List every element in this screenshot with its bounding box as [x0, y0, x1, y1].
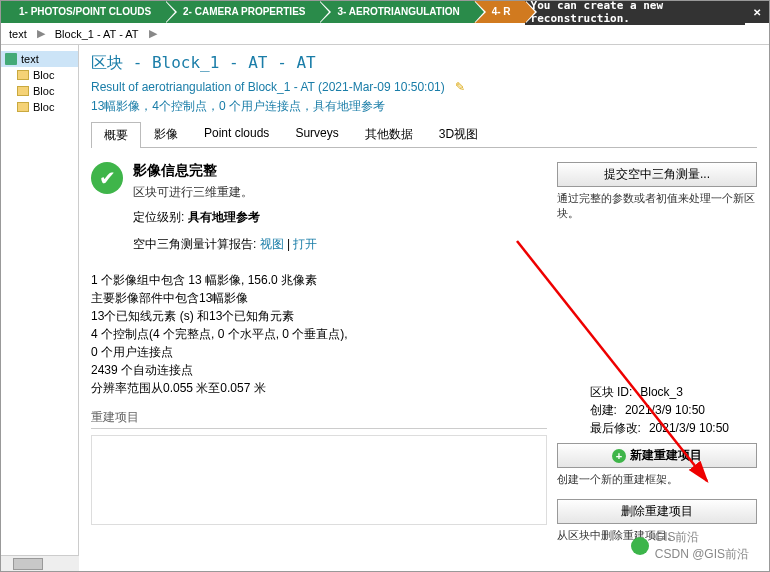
meta-block: 区块 ID:Block_3 创建:2021/3/9 10:50 最后修改:202…	[590, 383, 729, 437]
new-reconstruction-button[interactable]: + 新建重建项目	[557, 443, 757, 468]
chevron-right-icon: ▶	[149, 27, 157, 40]
tree-item[interactable]: Bloc	[1, 83, 78, 99]
tab-surveys[interactable]: Surveys	[282, 121, 351, 147]
tree-item[interactable]: Bloc	[1, 99, 78, 115]
section-rebuild: 重建项目	[91, 409, 547, 429]
tab-other[interactable]: 其他数据	[352, 121, 426, 147]
watermark: GIS前沿 CSDN @GIS前沿	[631, 529, 749, 563]
folder-icon	[17, 70, 29, 80]
file-icon	[5, 53, 17, 65]
project-tree: text Bloc Bloc Bloc	[1, 45, 79, 571]
horizontal-scrollbar[interactable]	[1, 555, 79, 571]
plus-icon: +	[612, 449, 626, 463]
tab-overview[interactable]: 概要	[91, 122, 141, 148]
chevron-right-icon: ▶	[37, 27, 45, 40]
stats-block: 1 个影像组中包含 13 幅影像, 156.0 兆像素 主要影像部件中包含13幅…	[91, 271, 547, 397]
stat-line: 4 个控制点(4 个完整点, 0 个水平点, 0 个垂直点),	[91, 325, 547, 343]
status-desc: 区块可进行三维重建。	[133, 184, 253, 201]
page-summary: 13幅影像，4个控制点，0 个用户连接点，具有地理参考	[91, 98, 757, 115]
step-camera[interactable]: 2- CAMERA PROPERTIES	[165, 1, 319, 23]
tree-root[interactable]: text	[1, 51, 78, 67]
breadcrumb: text ▶ Block_1 - AT - AT ▶	[1, 23, 769, 45]
delete-reconstruction-button[interactable]: 删除重建项目	[557, 499, 757, 524]
watermark-logo-icon	[631, 537, 649, 555]
stat-line: 1 个影像组中包含 13 幅影像, 156.0 兆像素	[91, 271, 547, 289]
new-reconstruction-desc: 创建一个新的重建框架。	[557, 472, 757, 487]
submit-at-desc: 通过完整的参数或者初值来处理一个新区块。	[557, 191, 757, 221]
step-photos[interactable]: 1- PHOTOS/POINT CLOUDS	[1, 1, 165, 23]
status-heading: 影像信息完整	[133, 162, 253, 180]
stat-line: 0 个用户连接点	[91, 343, 547, 361]
report-open-link[interactable]: 打开	[293, 237, 317, 251]
edit-icon[interactable]: ✎	[452, 80, 465, 94]
hint-text: You can create a new reconstruction.	[525, 0, 745, 25]
folder-icon	[17, 102, 29, 112]
close-icon[interactable]: ✕	[745, 7, 769, 18]
tab-bar: 概要 影像 Point clouds Surveys 其他数据 3D视图	[91, 121, 757, 148]
step-bar: 1- PHOTOS/POINT CLOUDS 2- CAMERA PROPERT…	[1, 1, 769, 23]
report-view-link[interactable]: 视图	[260, 237, 284, 251]
stat-line: 主要影像部件中包含13幅影像	[91, 289, 547, 307]
tab-3dview[interactable]: 3D视图	[426, 121, 491, 147]
breadcrumb-root[interactable]: text	[9, 28, 27, 40]
breadcrumb-block[interactable]: Block_1 - AT - AT	[55, 28, 139, 40]
page-subtitle: Result of aerotriangulation of Block_1 -…	[91, 80, 757, 94]
step-aerotri[interactable]: 3- AEROTRIANGULATION	[319, 1, 473, 23]
tab-pointclouds[interactable]: Point clouds	[191, 121, 282, 147]
report-label: 空中三角测量计算报告:	[133, 237, 256, 251]
page-title: 区块 - Block_1 - AT - AT	[91, 53, 757, 74]
rebuild-list	[91, 435, 547, 525]
stat-line: 13个已知线元素 (s) 和13个已知角元素	[91, 307, 547, 325]
level-value: 具有地理参考	[188, 210, 260, 224]
check-icon: ✔	[91, 162, 123, 194]
stat-line: 分辨率范围从0.055 米至0.057 米	[91, 379, 547, 397]
stat-line: 2439 个自动连接点	[91, 361, 547, 379]
folder-icon	[17, 86, 29, 96]
tree-item[interactable]: Bloc	[1, 67, 78, 83]
level-label: 定位级别:	[133, 210, 184, 224]
submit-at-button[interactable]: 提交空中三角测量...	[557, 162, 757, 187]
tab-images[interactable]: 影像	[141, 121, 191, 147]
